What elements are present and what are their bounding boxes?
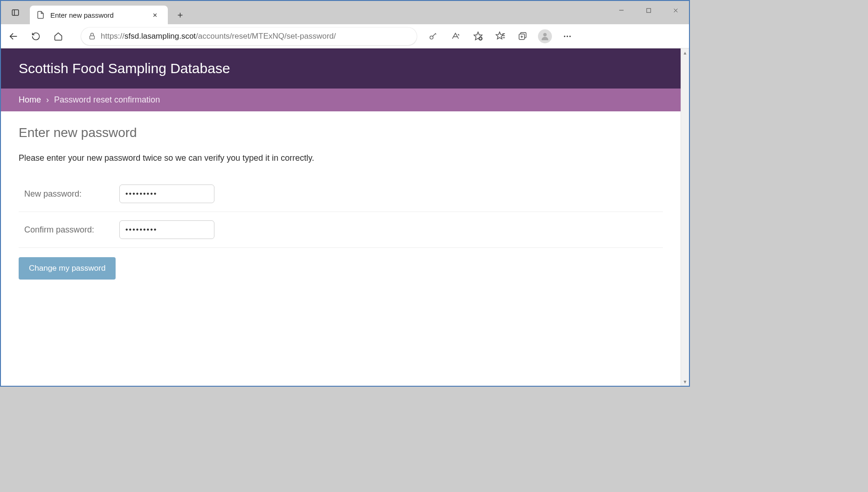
svg-point-25 <box>543 33 546 36</box>
collections-icon[interactable] <box>512 27 533 46</box>
form-row-confirm-password: Confirm password: <box>19 212 663 248</box>
tab-actions-button[interactable] <box>1 1 30 24</box>
breadcrumb-separator: › <box>46 95 49 104</box>
svg-point-28 <box>569 35 571 37</box>
vertical-scrollbar[interactable]: ▲ ▼ <box>681 48 689 386</box>
new-password-input[interactable] <box>119 184 214 203</box>
svg-point-27 <box>567 35 568 37</box>
browser-toolbar: https://sfsd.lasampling.scot/accounts/re… <box>1 24 689 48</box>
svg-rect-7 <box>647 8 651 13</box>
scroll-track[interactable] <box>681 57 689 377</box>
confirm-password-input[interactable] <box>119 220 214 239</box>
svg-point-26 <box>564 35 565 37</box>
read-aloud-icon[interactable] <box>445 27 466 46</box>
scroll-down-arrow[interactable]: ▼ <box>681 377 689 386</box>
svg-marker-18 <box>496 32 503 39</box>
page-heading: Enter new password <box>19 125 663 140</box>
site-title: Scottish Food Sampling Database <box>19 61 663 76</box>
site-header: Scottish Food Sampling Database <box>1 48 681 89</box>
url-path: /accounts/reset/MTExNQ/set-password/ <box>196 32 336 41</box>
password-key-icon[interactable] <box>422 27 444 46</box>
change-password-button[interactable]: Change my password <box>19 257 116 280</box>
scroll-up-arrow[interactable]: ▲ <box>681 48 689 57</box>
settings-more-button[interactable] <box>557 27 578 46</box>
home-button[interactable] <box>48 27 69 46</box>
favorites-icon[interactable] <box>489 27 511 46</box>
new-tab-button[interactable] <box>171 6 189 24</box>
viewport: Scottish Food Sampling Database Home › P… <box>1 48 689 386</box>
svg-point-12 <box>430 36 433 39</box>
page-content: Scottish Food Sampling Database Home › P… <box>1 48 681 386</box>
breadcrumb-home-link[interactable]: Home <box>19 95 41 104</box>
url-scheme: https:// <box>101 32 124 41</box>
refresh-button[interactable] <box>25 27 47 46</box>
confirm-password-label: Confirm password: <box>19 225 119 235</box>
new-password-label: New password: <box>19 189 119 199</box>
page-icon <box>36 11 45 19</box>
avatar-icon <box>538 29 552 43</box>
svg-rect-11 <box>90 36 95 39</box>
add-favorite-icon[interactable] <box>467 27 489 46</box>
minimize-button[interactable] <box>608 1 635 20</box>
back-button[interactable] <box>3 27 24 46</box>
maximize-button[interactable] <box>635 1 662 20</box>
svg-rect-0 <box>12 10 19 15</box>
lock-icon <box>88 32 96 40</box>
url-text: https://sfsd.lasampling.scot/accounts/re… <box>101 32 410 41</box>
tab-close-button[interactable] <box>148 8 161 21</box>
window-controls <box>608 1 689 20</box>
browser-tab[interactable]: Enter new password <box>30 6 168 24</box>
main-content: Enter new password Please enter your new… <box>1 111 681 294</box>
close-window-button[interactable] <box>662 1 689 20</box>
breadcrumb: Home › Password reset confirmation <box>1 89 681 111</box>
form-row-new-password: New password: <box>19 176 663 212</box>
url-host: sfsd.lasampling.scot <box>124 32 196 41</box>
breadcrumb-current: Password reset confirmation <box>54 95 160 104</box>
address-bar[interactable]: https://sfsd.lasampling.scot/accounts/re… <box>81 27 417 45</box>
instruction-text: Please enter your new password twice so … <box>19 153 663 163</box>
browser-title-bar: Enter new password <box>1 1 689 24</box>
tab-title: Enter new password <box>50 11 143 19</box>
profile-button[interactable] <box>534 27 556 46</box>
